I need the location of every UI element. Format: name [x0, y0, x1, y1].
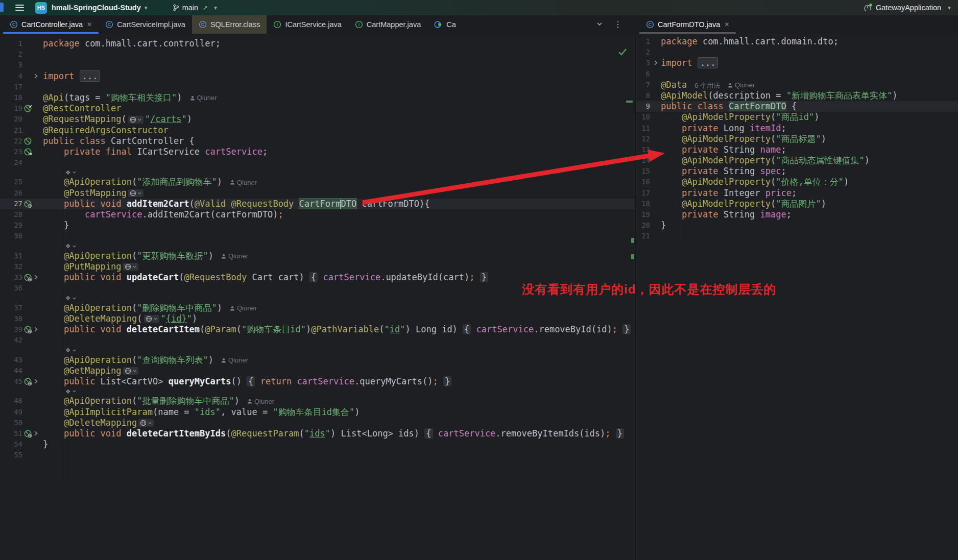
code-text[interactable]: @ApiOperation("删除购物车中商品")Qiuner — [43, 303, 635, 314]
code-line[interactable]: 39 public void deleteCartItem(@Param("购物… — [0, 324, 635, 335]
line-number[interactable]: 33 — [0, 272, 22, 283]
code-line[interactable]: 16 @ApiModelProperty("价格,单位：分") — [636, 177, 958, 187]
line-number[interactable]: 37 — [0, 303, 22, 313]
code-line[interactable]: 2 — [636, 47, 958, 58]
code-line[interactable]: 20} — [636, 220, 958, 231]
code-text[interactable]: cartService.addItem2Cart(cartFormDTO); — [43, 209, 635, 220]
code-text[interactable]: package com.hmall.cart.controller; — [43, 38, 635, 49]
code-line[interactable]: 51 public void deleteCartItemByIds(@Requ… — [0, 428, 635, 439]
line-number[interactable]: 21 — [0, 125, 22, 136]
code-line[interactable]: 4import ... — [0, 71, 635, 82]
run-config-chevron-down-icon[interactable]: ▼ — [947, 5, 952, 11]
code-text[interactable]: @PostMapping — [43, 188, 635, 199]
line-number[interactable]: 14 — [636, 155, 650, 166]
code-line[interactable]: 15 private String spec; — [636, 166, 958, 177]
change-stripe-mark[interactable] — [631, 238, 634, 243]
bean-arrow-icon[interactable] — [23, 148, 33, 157]
code-line[interactable]: 27 public void addItem2Cart(@Valid @Requ… — [0, 199, 635, 209]
related-endpoints-inlay-row[interactable]: ❖ — [0, 168, 635, 177]
code-line[interactable]: 22public class CartController { — [0, 136, 635, 147]
author-inlay[interactable]: Qiuner — [221, 251, 248, 261]
line-number[interactable]: 3 — [0, 60, 22, 70]
code-line[interactable]: 28 cartService.addItem2Cart(cartFormDTO)… — [0, 209, 635, 220]
code-line[interactable]: 19@RestController — [0, 103, 635, 114]
author-inlay[interactable]: Qiuner — [230, 303, 257, 313]
code-text[interactable]: @Api(tags = "购物车相关接口")Qiuner — [43, 92, 635, 104]
code-line[interactable]: 21@RequiredArgsConstructor — [0, 125, 635, 136]
code-line[interactable]: 13 private String name; — [636, 144, 958, 155]
code-text[interactable]: } — [661, 220, 958, 231]
bean-icon[interactable] — [23, 137, 32, 145]
code-line[interactable]: 3 — [0, 60, 635, 70]
code-text[interactable]: } — [43, 439, 635, 450]
code-line[interactable]: 18 @ApiModelProperty("商品图片") — [636, 199, 958, 209]
author-inlay[interactable]: Qiuner — [221, 355, 248, 366]
code-text[interactable]: @ApiOperation("查询购物车列表")Qiuner — [43, 355, 635, 366]
code-line[interactable]: 26 @PostMapping — [0, 188, 635, 199]
tab-sqlerror-class[interactable]: CSQLError.class — [192, 15, 267, 34]
line-number[interactable]: 30 — [0, 231, 22, 241]
line-number[interactable]: 39 — [0, 324, 22, 335]
related-icon[interactable]: ❖ — [65, 169, 70, 176]
line-number[interactable]: 26 — [0, 188, 22, 199]
code-line[interactable]: 32 @PutMapping — [0, 261, 635, 272]
code-text[interactable]: @RequestMapping("/carts") — [43, 114, 635, 125]
code-text[interactable]: import ... — [43, 71, 635, 82]
author-inlay[interactable]: Qiuner — [230, 177, 257, 188]
code-line[interactable]: 38 @DeleteMapping("{id}") — [0, 313, 635, 324]
code-line[interactable]: 45 public List<CartVO> queryMyCarts() { … — [0, 376, 635, 387]
code-line[interactable]: 17 private Integer price; — [636, 188, 958, 199]
line-number[interactable]: 29 — [0, 220, 22, 231]
related-icon[interactable]: ❖ — [65, 295, 70, 302]
code-line[interactable]: 14 @ApiModelProperty("商品动态属性键值集") — [636, 155, 958, 166]
line-number[interactable]: 18 — [0, 92, 22, 103]
code-line[interactable]: 17 — [0, 82, 635, 92]
code-text[interactable]: public class CartFormDTO { — [661, 101, 958, 112]
line-number[interactable]: 50 — [0, 418, 22, 428]
mapping-globe-icon[interactable] — [128, 189, 143, 197]
code-line[interactable]: 18@Api(tags = "购物车相关接口")Qiuner — [0, 92, 635, 103]
line-number[interactable]: 11 — [636, 123, 650, 134]
project-badge[interactable]: HS — [35, 2, 47, 14]
line-number[interactable]: 42 — [0, 335, 22, 346]
line-number[interactable]: 6 — [636, 69, 650, 80]
code-line[interactable]: 6 — [636, 69, 958, 80]
code-text[interactable]: public void addItem2Cart(@Valid @Request… — [43, 199, 635, 209]
line-number[interactable]: 19 — [0, 103, 22, 114]
usages-inlay[interactable]: 6 个用法 — [694, 80, 720, 91]
code-line[interactable]: 37 @ApiOperation("删除购物车中商品")Qiuner — [0, 303, 635, 313]
line-number[interactable]: 1 — [0, 38, 22, 49]
tab-cartserviceimpl-java[interactable]: CCartServiceImpl.java — [99, 15, 192, 34]
code-text[interactable]: @RequiredArgsConstructor — [43, 125, 635, 136]
code-text[interactable]: @ApiModelProperty("商品动态属性键值集") — [661, 155, 958, 166]
line-number[interactable]: 45 — [0, 376, 22, 387]
line-number[interactable]: 21 — [636, 231, 650, 241]
project-name[interactable]: hmall-SpringCloud-Study — [52, 4, 141, 12]
code-text[interactable]: public List<CartVO> queryMyCarts() { ret… — [43, 376, 635, 387]
code-line[interactable]: 11 private Long itemId; — [636, 123, 958, 134]
mapping-globe-icon[interactable] — [123, 367, 138, 375]
mapping-globe-icon[interactable] — [138, 419, 154, 427]
code-text[interactable]: public void deleteCartItem(@Param("购物车条目… — [43, 324, 635, 335]
line-number[interactable]: 17 — [636, 188, 650, 199]
code-line[interactable]: 7@Data6 个用法Qiuner — [636, 80, 958, 90]
fold-arrow-icon[interactable] — [33, 74, 38, 79]
tab-close-icon[interactable]: ✕ — [87, 21, 92, 28]
related-endpoints-inlay-row[interactable]: ❖ — [0, 346, 635, 354]
code-line[interactable]: 24 — [0, 157, 635, 168]
line-number[interactable]: 9 — [636, 101, 650, 112]
code-text[interactable]: } — [43, 220, 635, 231]
tab-cartformdto-java[interactable]: CCartFormDTO.java✕ — [639, 15, 736, 34]
code-line[interactable]: 42 — [0, 335, 635, 346]
line-number[interactable]: 15 — [636, 166, 650, 177]
code-text[interactable]: @DeleteMapping — [43, 418, 635, 428]
line-number[interactable]: 49 — [0, 407, 22, 418]
line-number[interactable]: 2 — [636, 47, 650, 58]
fold-arrow-icon[interactable] — [653, 60, 658, 65]
code-line[interactable]: 31 @ApiOperation("更新购物车数据")Qiuner — [0, 251, 635, 261]
related-endpoints-inlay-row[interactable]: ❖ — [0, 387, 635, 396]
line-number[interactable]: 55 — [0, 450, 22, 460]
line-number[interactable]: 13 — [636, 144, 650, 155]
code-line[interactable]: 55 — [0, 450, 635, 460]
line-number[interactable]: 51 — [0, 428, 22, 439]
